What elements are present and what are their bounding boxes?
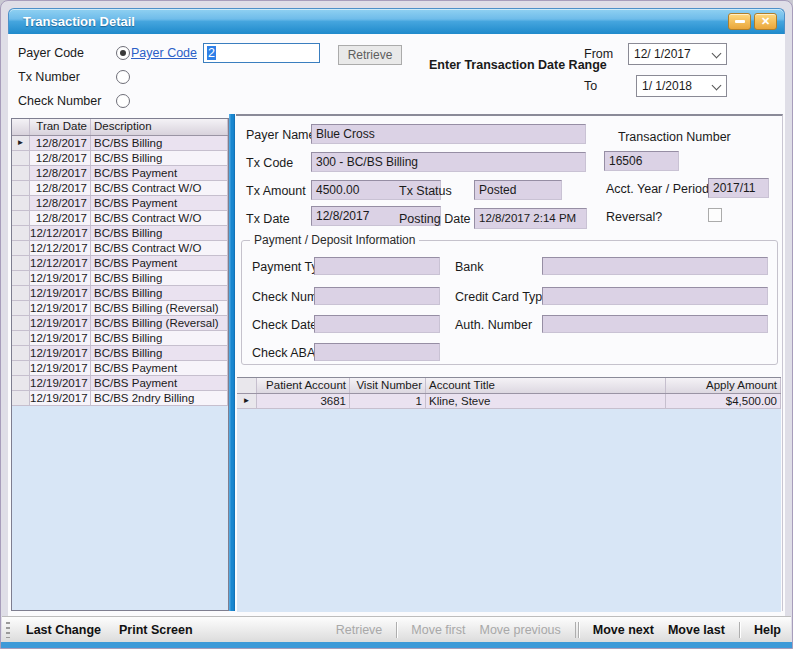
apply-amount-column-header[interactable]: Apply Amount bbox=[666, 378, 781, 393]
toolbar-button[interactable]: Last Change bbox=[26, 623, 101, 637]
row-selector-cell[interactable]: ► bbox=[12, 136, 30, 151]
tx-status-field[interactable]: Posted bbox=[474, 180, 562, 200]
payer-code-link[interactable]: Payer Code bbox=[131, 46, 197, 60]
payment-field-input[interactable] bbox=[314, 343, 440, 361]
row-selector-cell[interactable] bbox=[12, 391, 30, 406]
radio-button[interactable] bbox=[116, 94, 130, 108]
transaction-row[interactable]: 12/8/2017 BC/BS Payment bbox=[12, 196, 228, 211]
transaction-row[interactable]: 12/19/2017 BC/BS Payment bbox=[12, 376, 228, 391]
row-selector-cell[interactable] bbox=[12, 181, 30, 196]
search-by-option[interactable]: Tx Number bbox=[18, 70, 103, 86]
toolbar-button[interactable]: Move first bbox=[411, 623, 465, 637]
description-column-header[interactable]: Description bbox=[91, 119, 228, 135]
transaction-row[interactable]: ► 12/8/2017 BC/BS Billing bbox=[12, 136, 228, 151]
posting-date-field[interactable]: 12/8/2017 2:14 PM bbox=[474, 208, 587, 229]
tran-date-cell: 12/8/2017 bbox=[30, 136, 91, 151]
account-title-cell: Kline, Steve bbox=[426, 394, 666, 409]
toolbar-button[interactable]: Move next bbox=[593, 623, 654, 637]
row-selector-cell[interactable] bbox=[12, 226, 30, 241]
payment-field-input[interactable] bbox=[314, 315, 440, 333]
tran-date-cell: 12/19/2017 bbox=[30, 316, 91, 331]
minimize-icon[interactable] bbox=[728, 13, 751, 30]
visit-number-column-header[interactable]: Visit Number bbox=[350, 378, 426, 393]
transaction-row[interactable]: 12/19/2017 BC/BS Payment bbox=[12, 361, 228, 376]
row-selector-cell[interactable] bbox=[12, 286, 30, 301]
to-date-select[interactable]: 1/ 1/2018 bbox=[636, 75, 727, 97]
payment-field-input[interactable] bbox=[314, 287, 440, 305]
description-cell: BC/BS Contract W/O bbox=[91, 181, 228, 196]
toolbar-button[interactable]: Print Screen bbox=[119, 623, 193, 637]
payment-field-input[interactable] bbox=[542, 287, 768, 305]
row-selector-cell[interactable]: ► bbox=[237, 394, 257, 409]
acct-year-period-field[interactable]: 2017/11 bbox=[708, 178, 769, 198]
transaction-row[interactable]: 12/19/2017 BC/BS Billing bbox=[12, 271, 228, 286]
toolbar-button[interactable]: Move previous bbox=[480, 623, 561, 637]
payer-code-input[interactable]: 2 bbox=[203, 43, 320, 63]
radio-button[interactable] bbox=[116, 46, 130, 60]
radio-button[interactable] bbox=[116, 70, 130, 84]
toolbar-button[interactable]: Retrieve bbox=[336, 623, 383, 637]
tx-amount-label: Tx Amount bbox=[246, 184, 306, 198]
row-selector-cell[interactable] bbox=[12, 301, 30, 316]
row-selector-cell[interactable] bbox=[12, 256, 30, 271]
toolbar-button[interactable]: Move last bbox=[668, 623, 725, 637]
transaction-number-field[interactable]: 16506 bbox=[604, 151, 679, 171]
transaction-row[interactable]: 12/8/2017 BC/BS Billing bbox=[12, 151, 228, 166]
patient-account-column-header[interactable]: Patient Account bbox=[257, 378, 350, 393]
transaction-row[interactable]: 12/19/2017 BC/BS Billing bbox=[12, 286, 228, 301]
row-selector-cell[interactable] bbox=[12, 166, 30, 181]
description-cell: BC/BS Payment bbox=[91, 256, 228, 271]
search-by-option[interactable]: Payer Code bbox=[18, 46, 103, 62]
search-by-option[interactable]: Check Number bbox=[18, 94, 103, 110]
payer-name-field[interactable]: Blue Cross bbox=[311, 124, 586, 144]
from-date-select[interactable]: 12/ 1/2017 bbox=[628, 43, 727, 65]
payment-field-input[interactable] bbox=[542, 257, 768, 275]
payment-field-input[interactable] bbox=[314, 257, 440, 275]
row-selector-cell[interactable] bbox=[12, 196, 30, 211]
tran-date-cell: 12/19/2017 bbox=[30, 376, 91, 391]
transaction-row[interactable]: 12/19/2017 BC/BS 2ndry Billing bbox=[12, 391, 228, 406]
to-label: To bbox=[584, 79, 597, 93]
row-selector-cell[interactable] bbox=[12, 211, 30, 226]
transaction-row[interactable]: 12/8/2017 BC/BS Contract W/O bbox=[12, 181, 228, 196]
description-cell: BC/BS Payment bbox=[91, 376, 228, 391]
tran-date-cell: 12/12/2017 bbox=[30, 256, 91, 271]
window-title: Transaction Detail bbox=[23, 14, 135, 29]
apply-row[interactable]: ► 3681 1 Kline, Steve $4,500.00 bbox=[237, 394, 781, 409]
row-selector-cell[interactable] bbox=[12, 316, 30, 331]
row-selector-cell[interactable] bbox=[12, 241, 30, 256]
reversal-checkbox[interactable] bbox=[708, 208, 722, 222]
transaction-row[interactable]: 12/8/2017 BC/BS Payment bbox=[12, 166, 228, 181]
row-selector-cell[interactable] bbox=[12, 361, 30, 376]
account-title-column-header[interactable]: Account Title bbox=[426, 378, 666, 393]
tran-date-cell: 12/19/2017 bbox=[30, 301, 91, 316]
row-selector-cell[interactable] bbox=[12, 271, 30, 286]
description-cell: BC/BS Billing (Reversal) bbox=[91, 316, 228, 331]
retrieve-button[interactable]: Retrieve bbox=[338, 45, 402, 65]
tran-date-column-header[interactable]: Tran Date bbox=[30, 119, 91, 135]
transaction-row[interactable]: 12/12/2017 BC/BS Payment bbox=[12, 256, 228, 271]
date-range-heading: Enter Transaction Date Range bbox=[429, 58, 607, 72]
transaction-row[interactable]: 12/8/2017 BC/BS Contract W/O bbox=[12, 211, 228, 226]
transaction-row[interactable]: 12/19/2017 BC/BS Billing (Reversal) bbox=[12, 301, 228, 316]
apply-amount-cell: $4,500.00 bbox=[666, 394, 781, 409]
close-icon[interactable]: ✕ bbox=[754, 13, 777, 30]
row-selector-cell[interactable] bbox=[12, 376, 30, 391]
transaction-row[interactable]: 12/19/2017 BC/BS Billing bbox=[12, 346, 228, 361]
description-cell: BC/BS Billing bbox=[91, 331, 228, 346]
row-selector-cell[interactable] bbox=[12, 331, 30, 346]
panel-splitter[interactable] bbox=[229, 114, 235, 611]
toolbar-button[interactable]: Help bbox=[754, 623, 781, 637]
toolbar-grip-icon[interactable] bbox=[6, 622, 10, 638]
tran-date-cell: 12/8/2017 bbox=[30, 166, 91, 181]
transaction-row[interactable]: 12/19/2017 BC/BS Billing bbox=[12, 331, 228, 346]
acct-year-period-label: Acct. Year / Period bbox=[606, 182, 709, 196]
transaction-row[interactable]: 12/12/2017 BC/BS Billing bbox=[12, 226, 228, 241]
tx-code-field[interactable]: 300 - BC/BS Billing bbox=[311, 152, 586, 172]
payment-field-input[interactable] bbox=[542, 315, 768, 333]
row-selector-cell[interactable] bbox=[12, 151, 30, 166]
transaction-row[interactable]: 12/19/2017 BC/BS Billing (Reversal) bbox=[12, 316, 228, 331]
from-label: From bbox=[584, 47, 613, 61]
transaction-row[interactable]: 12/12/2017 BC/BS Contract W/O bbox=[12, 241, 228, 256]
row-selector-cell[interactable] bbox=[12, 346, 30, 361]
